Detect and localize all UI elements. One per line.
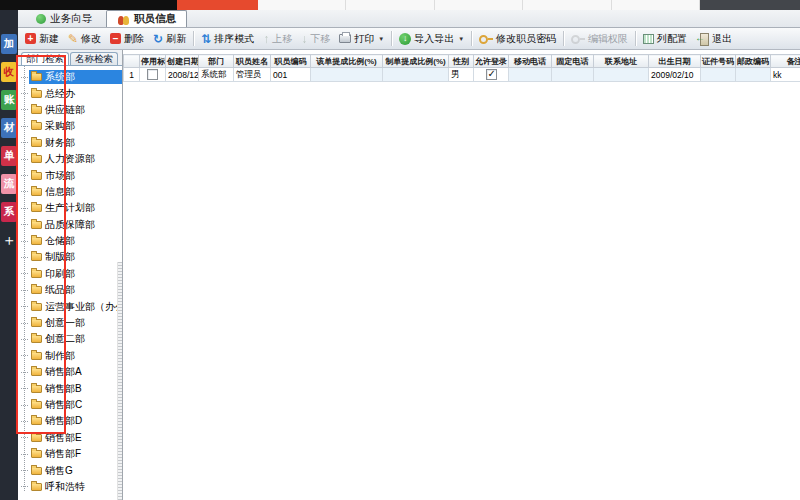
cell-num: 1 xyxy=(124,68,140,82)
checkbox[interactable] xyxy=(486,69,497,80)
cell-create_date: 2008/12/24 xyxy=(166,68,199,82)
tree-item[interactable]: 信息部 xyxy=(18,184,122,200)
wizard-icon xyxy=(36,14,46,24)
folder-icon xyxy=(31,73,42,81)
column-header[interactable]: 部门 xyxy=(199,55,234,68)
tree-item[interactable]: 系统部 xyxy=(18,69,122,85)
tree-item[interactable]: 销售部B xyxy=(18,380,122,396)
panel-tab[interactable]: 部门检索 xyxy=(21,52,69,65)
toolbar-button[interactable]: 修改 xyxy=(64,30,105,48)
tree-item[interactable]: 市场部 xyxy=(18,167,122,183)
column-header[interactable]: 备注 xyxy=(771,55,800,68)
cell-remark: kk xyxy=(771,68,800,82)
tree-item[interactable]: 创意二部 xyxy=(18,331,122,347)
tree-item-label: 创意一部 xyxy=(45,316,85,330)
column-header[interactable]: 制单提成比例(%) xyxy=(383,55,449,68)
tree-item[interactable]: 印刷部 xyxy=(18,266,122,282)
toolbar-button[interactable]: 刷新 xyxy=(149,30,190,48)
toolbar-button-label: 退出 xyxy=(712,32,732,46)
folder-icon xyxy=(31,155,42,163)
toolbar: 新建修改删除刷新排序模式上移下移打印▼导入导出▼修改职员密码编辑权限列配置退出 xyxy=(18,28,800,50)
tree-item[interactable]: 生产计划部 xyxy=(18,200,122,216)
tree-item[interactable]: 人力资源部 xyxy=(18,151,122,167)
folder-icon xyxy=(31,303,42,311)
dock-item[interactable]: 流 xyxy=(1,174,17,194)
dock-item[interactable]: 账 xyxy=(1,90,17,110)
dropdown-arrow-icon: ▼ xyxy=(458,36,464,42)
tree-item[interactable]: 纸品部 xyxy=(18,282,122,298)
employee-grid-area: 停用标志创建日期部门职员姓名职员编码该单提成比例(%)制单提成比例(%)性别允许… xyxy=(123,50,800,500)
column-header[interactable]: 出生日期 xyxy=(649,55,701,68)
column-header[interactable]: 证件号码 xyxy=(701,55,736,68)
column-header[interactable]: 允许登录 xyxy=(474,55,509,68)
tree-item[interactable]: 销售部E xyxy=(18,430,122,446)
column-header[interactable]: 性别 xyxy=(449,55,474,68)
column-header[interactable]: 创建日期 xyxy=(166,55,199,68)
folder-icon xyxy=(31,467,42,475)
tree-item[interactable]: 总经办 xyxy=(18,85,122,101)
dock-item[interactable]: ＋ xyxy=(1,230,17,250)
tree-item[interactable]: 销售部A xyxy=(18,364,122,380)
tree-item-label: 总经办 xyxy=(45,87,75,101)
refresh-icon xyxy=(153,33,163,45)
folder-icon xyxy=(31,352,42,360)
column-header[interactable]: 联系地址 xyxy=(594,55,649,68)
tree-item[interactable]: 销售部F xyxy=(18,446,122,462)
folder-icon xyxy=(31,368,42,376)
window-tab[interactable]: 职员信息 xyxy=(106,10,187,27)
cols-icon xyxy=(643,34,654,44)
tree-item[interactable]: 销售部C xyxy=(18,397,122,413)
tree-item[interactable]: 供应链部 xyxy=(18,102,122,118)
tree-item[interactable]: 仓储部 xyxy=(18,233,122,249)
toolbar-button-label: 打印 xyxy=(354,32,374,46)
toolbar-button[interactable]: 修改职员密码 xyxy=(475,30,560,48)
tree-item[interactable]: 呼和浩特 xyxy=(18,479,122,495)
column-header[interactable] xyxy=(124,55,140,68)
panel-tab[interactable]: 名称检索 xyxy=(70,52,118,65)
tree-item-label: 销售部B xyxy=(45,382,82,396)
toolbar-button-label: 上移 xyxy=(272,32,292,46)
panel-scrollbar[interactable] xyxy=(117,262,122,500)
table-row[interactable]: 12008/12/24系统部管理员001男2009/02/10kk xyxy=(124,68,800,82)
tree-item-label: 采购部 xyxy=(45,119,75,133)
column-header[interactable]: 职员编码 xyxy=(271,55,311,68)
checkbox[interactable] xyxy=(147,69,158,80)
toolbar-button[interactable]: 排序模式 xyxy=(197,30,258,48)
toolbar-button[interactable]: 列配置 xyxy=(639,30,691,48)
folder-icon xyxy=(31,172,42,180)
tree-item[interactable]: 制版部 xyxy=(18,249,122,265)
toolbar-button[interactable]: 打印▼ xyxy=(335,30,388,48)
dock-item[interactable]: 收 xyxy=(1,62,17,82)
tree-item[interactable]: 销售部D xyxy=(18,413,122,429)
folder-icon xyxy=(31,221,42,229)
toolbar-button[interactable]: 退出 xyxy=(692,30,736,48)
dock-item[interactable]: 单 xyxy=(1,146,17,166)
delete-icon xyxy=(110,33,121,44)
tree-item[interactable]: 采购部 xyxy=(18,118,122,134)
toolbar-button-label: 删除 xyxy=(124,32,144,46)
down-icon xyxy=(301,33,307,45)
column-header[interactable]: 邮政编码 xyxy=(736,55,771,68)
toolbar-separator xyxy=(391,31,392,46)
tree-item-label: 呼和浩特 xyxy=(45,480,85,494)
toolbar-button[interactable]: 新建 xyxy=(21,30,63,48)
tree-item[interactable]: 品质保障部 xyxy=(18,217,122,233)
tree-item[interactable]: 销售G xyxy=(18,462,122,478)
dock-item[interactable]: 材 xyxy=(1,118,17,138)
dock-item[interactable]: 加 xyxy=(1,34,17,54)
dock-item[interactable]: 系 xyxy=(1,202,17,222)
tree-item[interactable]: 制作部 xyxy=(18,348,122,364)
tree-item[interactable]: 创意一部 xyxy=(18,315,122,331)
column-header[interactable]: 职员姓名 xyxy=(234,55,271,68)
tree-item[interactable]: 运营事业部（办公室） xyxy=(18,298,122,314)
tree-item-label: 财务部 xyxy=(45,136,75,150)
column-header[interactable]: 停用标志 xyxy=(140,55,166,68)
window-tab-label: 业务向导 xyxy=(50,12,92,26)
toolbar-button[interactable]: 删除 xyxy=(106,30,148,48)
window-tab[interactable]: 业务向导 xyxy=(26,10,102,27)
toolbar-button[interactable]: 导入导出▼ xyxy=(395,30,468,48)
column-header[interactable]: 移动电话 xyxy=(509,55,552,68)
tree-item[interactable]: 财务部 xyxy=(18,135,122,151)
column-header[interactable]: 该单提成比例(%) xyxy=(311,55,383,68)
column-header[interactable]: 固定电话 xyxy=(552,55,594,68)
